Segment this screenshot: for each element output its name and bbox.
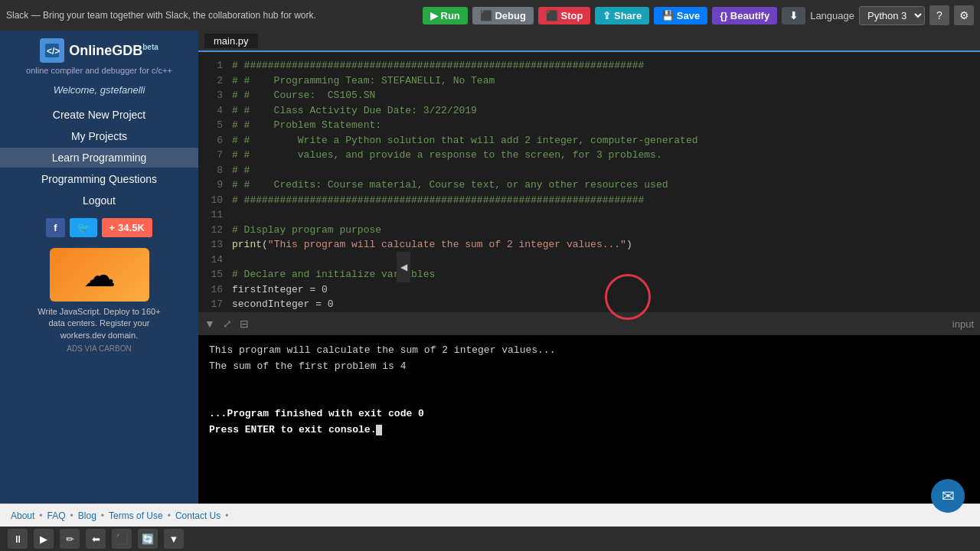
language-dropdown[interactable]: Python 3 C C++ Java (859, 6, 925, 25)
sidebar-nav: Create New Project My Projects Learn Pro… (0, 105, 198, 210)
advertisement: ☁ Write JavaScript. Deploy to 160+ data … (31, 248, 168, 353)
editor-area: ◀ main.py 12345 678910 1112131415 161718… (198, 31, 980, 504)
terminal-line-2: The sum of the first problem is 4 (209, 359, 969, 375)
input-label: input (952, 318, 974, 330)
terminal-line-4 (209, 390, 969, 406)
share-button[interactable]: ⇪ Share (595, 7, 649, 24)
svg-text:</>: </> (47, 46, 60, 57)
twitter-button[interactable]: 🐦 (70, 218, 97, 237)
sidebar-logo: </> OnlineGDBbeta (40, 38, 158, 63)
logo-text: OnlineGDBbeta (69, 43, 158, 59)
play-button[interactable]: ▶ (34, 529, 54, 549)
footer-contact-link[interactable]: Contact Us (175, 510, 220, 521)
main-layout: </> OnlineGDBbeta online compiler and de… (0, 31, 980, 504)
beautify-button[interactable]: {} Beautify (712, 7, 777, 24)
download-button[interactable]: ⬇ (782, 7, 805, 24)
footer: About • FAQ • Blog • Terms of Use • Cont… (0, 504, 980, 527)
cursor (376, 425, 382, 435)
refresh-button[interactable]: 🔄 (138, 529, 158, 549)
footer-faq-link[interactable]: FAQ (47, 510, 66, 521)
run-button[interactable]: ▶ ▶ RunRun (423, 7, 468, 24)
sidebar: </> OnlineGDBbeta online compiler and de… (0, 31, 198, 504)
resize-icon: ⤢ (223, 318, 232, 330)
file-tab: main.py (198, 31, 980, 52)
sidebar-item-projects[interactable]: My Projects (0, 126, 198, 146)
top-bar-message: Slack — Bring your team together with Sl… (6, 10, 418, 21)
pencil-button[interactable]: ✏ (60, 529, 80, 549)
file-tab-label[interactable]: main.py (204, 34, 258, 48)
terminal[interactable]: This program will calculate the sum of 2… (198, 335, 980, 504)
stop-button[interactable]: ⬛ ⬛ StopStop (538, 7, 591, 24)
cloudflare-logo: ☁ (50, 248, 149, 302)
sidebar-item-create[interactable]: Create New Project (0, 105, 198, 125)
facebook-button[interactable]: f (46, 218, 64, 237)
code-content[interactable]: # ######################################… (226, 52, 980, 312)
code-editor[interactable]: 12345 678910 1112131415 1617181920 21222… (198, 52, 980, 312)
pause-button[interactable]: ⏸ (8, 529, 28, 549)
sidebar-item-questions[interactable]: Programming Questions (0, 169, 198, 189)
footer-terms-link[interactable]: Terms of Use (109, 510, 163, 521)
terminal-line-3 (209, 375, 969, 391)
footer-about-link[interactable]: About (11, 510, 34, 521)
terminal-line-5: ...Program finished with exit code 0 (209, 406, 969, 422)
social-buttons: f 🐦 + 34.5K (46, 218, 152, 237)
sidebar-welcome: Welcome, gstefanelli (54, 84, 145, 96)
debug-button[interactable]: ⬛ Debug (472, 7, 534, 24)
collapse-icon: ⊟ (240, 318, 249, 330)
language-selector: Language Python 3 C C++ Java (810, 6, 925, 25)
logo-icon: </> (40, 38, 64, 63)
sidebar-subtitle: online compiler and debugger for c/c++ (26, 66, 172, 75)
ads-via: ADS VIA CARBON (31, 344, 168, 353)
sidebar-item-logout[interactable]: Logout (0, 191, 198, 210)
down-arrow-icon: ▼ (204, 318, 215, 330)
footer-blog-link[interactable]: Blog (78, 510, 96, 521)
addthis-button[interactable]: + 34.5K (102, 218, 152, 237)
sidebar-toggle-button[interactable]: ◀ (397, 252, 410, 282)
top-bar: Slack — Bring your team together with Sl… (0, 0, 980, 31)
settings-button[interactable]: ⚙ (954, 5, 974, 25)
terminal-line-6: Press ENTER to exit console. (209, 422, 969, 439)
back-button[interactable]: ⬅ (86, 529, 106, 549)
line-numbers: 12345 678910 1112131415 1617181920 21222… (198, 52, 226, 312)
terminal-line-1: This program will calculate the sum of 2… (209, 343, 969, 359)
sidebar-item-learn[interactable]: Learn Programming (0, 148, 198, 168)
chat-button[interactable]: ✉ (931, 479, 965, 513)
language-label: Language (810, 10, 854, 21)
stop-bottom-button[interactable]: ⬛ (112, 529, 132, 549)
resize-handle[interactable]: ▼ ⤢ ⊟ input (198, 312, 980, 335)
ad-text: Write JavaScript. Deploy to 160+ data ce… (31, 306, 168, 341)
more-button[interactable]: ▼ (164, 529, 184, 549)
save-button[interactable]: 💾 Save (654, 7, 707, 24)
bottom-toolbar: ⏸ ▶ ✏ ⬅ ⬛ 🔄 ▼ (0, 527, 980, 551)
help-button[interactable]: ? (929, 5, 949, 25)
